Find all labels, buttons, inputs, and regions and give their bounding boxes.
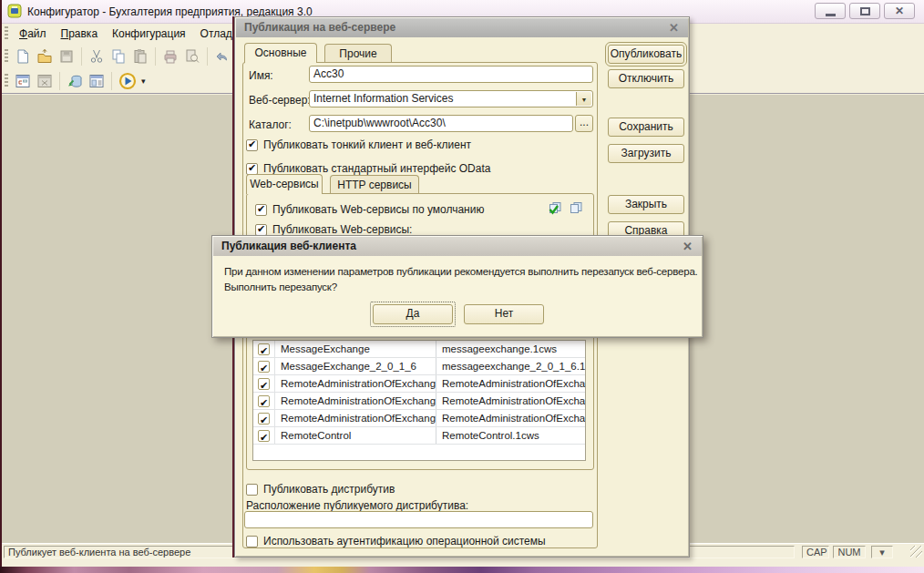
no-button[interactable]: Нет <box>464 304 544 324</box>
copy-icon[interactable] <box>108 46 129 67</box>
start-debugging-icon[interactable] <box>116 70 139 92</box>
service-file-cell: messageexchange_2_0_1_6.1... <box>436 358 585 374</box>
disable-button[interactable]: Отключить <box>608 69 684 88</box>
row-checkbox-cell <box>253 358 275 374</box>
desktop: Конфигуратор - Бухгалтерия предприятия, … <box>0 0 924 573</box>
os-auth-checkbox[interactable] <box>246 536 258 547</box>
row-checkbox[interactable] <box>258 395 270 407</box>
modal-title: Публикация веб-клиента <box>221 240 356 252</box>
maximize-button[interactable] <box>849 3 880 19</box>
new-document-icon[interactable] <box>12 46 34 67</box>
table-row[interactable]: MessageExchange messageexchange.1cws <box>253 341 585 358</box>
table-row[interactable]: RemoteControl RemoteControl.1cws <box>253 427 585 445</box>
publish-button[interactable]: Опубликовать <box>608 45 684 64</box>
subtab-web-services[interactable]: Web-сервисы <box>246 174 323 194</box>
configuration-properties-icon[interactable] <box>86 70 108 92</box>
service-name-cell: MessageExchange_2_0_1_6 <box>275 358 436 374</box>
thin-client-checkbox-row: Публиковать тонкий клиент и веб-клиент <box>246 138 471 151</box>
os-auth-checkbox-row: Использовать аутентификацию операционной… <box>246 535 546 547</box>
open-icon[interactable] <box>34 46 56 67</box>
row-checkbox[interactable] <box>258 378 270 390</box>
status-dropdown[interactable]: ▾ <box>871 546 893 558</box>
yes-button[interactable]: Да <box>373 304 453 324</box>
ws-default-checkbox[interactable] <box>255 204 267 216</box>
modal-close-icon[interactable]: ✕ <box>683 237 693 256</box>
toolbar-separator <box>207 47 208 66</box>
publish-dialog-title: Публикация на веб-сервере <box>244 21 395 34</box>
odata-checkbox[interactable] <box>246 163 258 175</box>
paste-icon[interactable] <box>129 46 151 67</box>
ws-list-checkbox[interactable] <box>255 224 267 236</box>
web-services-table[interactable]: MessageExchange messageexchange.1cws Mes… <box>252 340 586 461</box>
maximize-icon <box>860 7 870 15</box>
name-label: Имя: <box>249 69 273 82</box>
close-configuration-icon[interactable] <box>34 70 56 92</box>
row-checkbox[interactable] <box>258 413 270 425</box>
minimize-button[interactable] <box>815 3 846 19</box>
num-indicator: NUM <box>833 546 866 558</box>
service-name-cell: RemoteAdministrationOfExchang... <box>275 410 436 426</box>
menu-item[interactable]: Файл <box>12 25 54 43</box>
toolbar-grip[interactable] <box>5 74 8 88</box>
minimize-icon <box>826 14 836 16</box>
odata-label: Публиковать стандартный интерфейс OData <box>263 162 490 175</box>
open-configuration-icon[interactable] <box>12 70 34 92</box>
row-checkbox-cell <box>253 375 275 392</box>
webserver-select[interactable]: Internet Information Services ▼ <box>309 90 593 107</box>
save-button[interactable]: Сохранить <box>608 118 684 137</box>
check-all-icon[interactable] <box>546 200 562 217</box>
subtab-http-services[interactable]: HTTP сервисы <box>330 175 419 194</box>
tab-other[interactable]: Прочие <box>324 44 392 63</box>
publish-dialog-titlebar[interactable]: Публикация на веб-сервере ✕ <box>236 18 688 37</box>
debug-dropdown-icon[interactable]: ▾ <box>141 77 146 86</box>
uncheck-all-icon[interactable] <box>567 200 583 217</box>
toolbar-grip[interactable] <box>5 49 8 64</box>
print-preview-icon[interactable] <box>181 46 203 67</box>
load-button[interactable]: Загрузить <box>608 144 684 163</box>
modal-message-line1: При данном изменении параметров публикац… <box>224 266 698 277</box>
odata-checkbox-row: Публиковать стандартный интерфейс OData <box>246 162 490 175</box>
close-dialog-button[interactable]: Закрыть <box>608 195 684 214</box>
menubar-grip[interactable] <box>5 26 8 41</box>
name-input[interactable]: Acc30 <box>309 66 593 83</box>
distributive-checkbox-row: Публиковать дистрибутив <box>246 483 395 496</box>
table-row[interactable]: RemoteAdministrationOfExchang... RemoteA… <box>253 410 585 427</box>
distributive-checkbox[interactable] <box>246 484 258 496</box>
modal-message-line2: Выполнить перезапуск? <box>224 281 337 292</box>
cut-icon[interactable] <box>86 46 108 67</box>
service-name-cell: RemoteControl <box>275 427 436 444</box>
distributive-label: Публиковать дистрибутив <box>263 483 395 496</box>
toolbar-separator <box>155 47 156 66</box>
save-icon[interactable] <box>56 46 77 67</box>
ws-default-checkbox-row: Публиковать Web-сервисы по умолчанию <box>255 203 484 216</box>
menu-item[interactable]: Конфигурация <box>105 25 193 43</box>
row-checkbox[interactable] <box>258 343 270 355</box>
resize-grip[interactable] <box>910 546 922 558</box>
print-icon[interactable] <box>159 46 181 67</box>
dialog-close-icon[interactable]: ✕ <box>669 18 679 37</box>
service-file-cell: messageexchange.1cws <box>436 341 585 357</box>
table-row[interactable]: RemoteAdministrationOfExchange RemoteAdm… <box>253 375 585 393</box>
tab-main[interactable]: Основные <box>244 43 317 63</box>
row-checkbox[interactable] <box>258 361 270 373</box>
row-checkbox[interactable] <box>258 430 270 442</box>
chevron-down-icon[interactable]: ▼ <box>576 92 591 106</box>
table-row[interactable]: MessageExchange_2_0_1_6 messageexchange_… <box>253 358 585 375</box>
update-database-configuration-icon[interactable] <box>64 70 86 92</box>
browse-button[interactable]: ... <box>575 115 593 132</box>
toolbar-separator <box>111 72 112 90</box>
menu-item[interactable]: Правка <box>54 25 106 43</box>
service-name-cell: RemoteAdministrationOfExchange <box>275 375 436 392</box>
ws-default-label: Публиковать Web-сервисы по умолчанию <box>272 203 484 216</box>
toolbar-separator <box>81 47 82 66</box>
table-row[interactable]: RemoteAdministrationOfExchang... RemoteA… <box>253 393 585 410</box>
distributive-location-input[interactable] <box>244 511 593 528</box>
service-file-cell: RemoteAdministrationOfExcha... <box>436 410 585 426</box>
close-button[interactable]: ✕ <box>884 3 915 19</box>
ws-list-label: Публиковать Web-сервисы: <box>272 223 412 236</box>
directory-input[interactable]: C:\inetpub\wwwroot\Acc30\ <box>309 115 573 132</box>
modal-titlebar[interactable]: Публикация веб-клиента ✕ <box>213 237 702 256</box>
undo-icon[interactable] <box>211 46 233 67</box>
os-auth-label: Использовать аутентификацию операционной… <box>263 535 546 547</box>
thin-client-checkbox[interactable] <box>246 139 258 151</box>
